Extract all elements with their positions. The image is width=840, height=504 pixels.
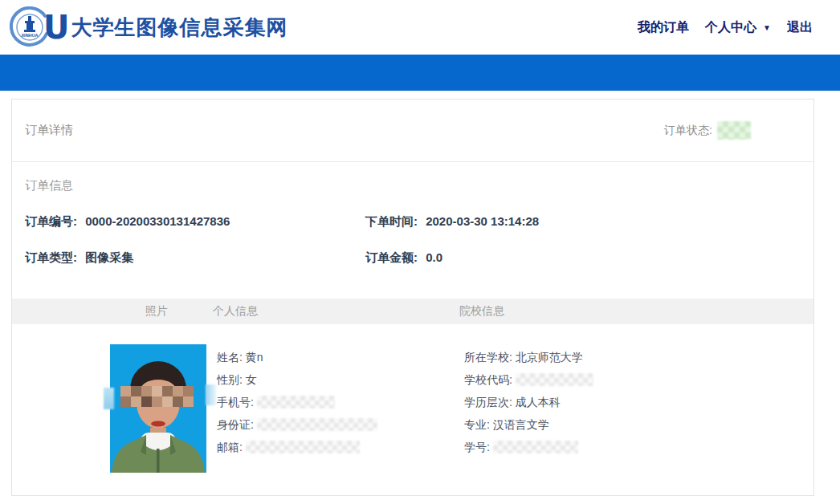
blur-spill-left [104,388,114,409]
school-label: 所在学校: [464,351,512,364]
order-number-label: 订单编号: [25,214,77,228]
order-time-value: 2020-03-30 13:14:28 [426,214,539,228]
site-logo[interactable]: XINHUA U 大学生图像信息采集网 [10,6,287,48]
emblem-label: XINHUA [21,33,38,38]
column-header-photo: 照片 [145,304,168,319]
name-value: 黄n [246,351,263,364]
blue-banner [0,55,840,91]
personal-name-row: 姓名: 黄n [217,346,453,368]
major-value: 汉语言文学 [493,418,549,431]
order-info-row-1: 订单编号: 0000-20200330131427836 下单时间: 2020-… [25,214,801,230]
order-info-row-2: 订单类型: 图像采集 订单金额: 0.0 [25,250,801,266]
student-id-row: 学号: [464,436,813,458]
order-amount-label: 订单金额: [365,250,418,264]
personal-idcard-row: 身份证: [217,413,453,436]
phone-label: 手机号: [217,396,254,408]
header-nav: 我的订单 个人中心 ▼ 退出 [638,19,813,36]
card-header: 订单详情 订单状态: [12,100,813,162]
idcard-value-redacted [257,418,377,431]
gender-label: 性别: [217,373,243,386]
order-number-cell: 订单编号: 0000-20200330131427836 [25,214,365,230]
order-type-label: 订单类型: [25,250,77,264]
eye-blur-mosaic [120,386,194,407]
top-header: XINHUA U 大学生图像信息采集网 我的订单 个人中心 ▼ 退出 [0,0,840,55]
school-info-column: 所在学校: 北京师范大学 学校代码: 学历层次: 成人本科 专业: 汉语言文学 … [464,344,813,473]
personal-gender-row: 性别: 女 [217,368,453,391]
order-time-cell: 下单时间: 2020-03-30 13:14:28 [365,214,539,230]
personal-info-column: 姓名: 黄n 性别: 女 手机号: 身份证: 邮箱: [217,344,453,473]
phone-value-redacted [257,396,335,408]
order-status-label: 订单状态: [664,124,712,138]
site-title: 大学生图像信息采集网 [71,14,287,42]
chevron-down-icon[interactable]: ▼ [763,23,771,32]
order-status: 订单状态: [664,121,751,140]
personal-email-row: 邮箱: [217,436,453,458]
column-header-personal: 个人信息 [213,304,258,319]
order-number-value: 0000-20200330131427836 [85,214,230,228]
education-level-label: 学历层次: [464,396,512,408]
education-level-row: 学历层次: 成人本科 [464,391,813,413]
school-name-row: 所在学校: 北京师范大学 [464,346,813,368]
email-value-redacted [246,441,360,453]
idcard-label: 身份证: [217,418,254,431]
major-row: 专业: 汉语言文学 [464,413,813,436]
name-label: 姓名: [217,351,243,364]
order-amount-cell: 订单金额: 0.0 [365,250,442,266]
order-status-badge [717,121,751,140]
school-value: 北京师范大学 [516,351,583,364]
school-code-row: 学校代码: [464,368,813,391]
gender-value: 女 [246,373,257,386]
blur-spill-right [206,384,216,405]
order-info-section: 订单信息 订单编号: 0000-20200330131427836 下单时间: … [12,162,813,299]
nav-my-orders[interactable]: 我的订单 [638,19,689,36]
detail-content: 姓名: 黄n 性别: 女 手机号: 身份证: 邮箱: 所在学校: [12,324,813,473]
order-type-cell: 订单类型: 图像采集 [25,250,365,266]
student-id-value-redacted [493,441,578,453]
order-detail-card: 订单详情 订单状态: 订单信息 订单编号: 0000-2020033013142… [11,99,814,496]
order-amount-value: 0.0 [426,250,442,264]
student-photo [110,344,206,473]
nav-logout[interactable]: 退出 [787,19,813,36]
page-title: 订单详情 [25,123,73,138]
email-label: 邮箱: [217,441,243,453]
school-code-value-redacted [516,373,593,386]
major-label: 专业: [464,418,490,431]
portrait-image [110,344,206,473]
school-code-label: 学校代码: [464,373,512,386]
nav-personal-center[interactable]: 个人中心 ▼ [705,19,771,36]
education-level-value: 成人本科 [516,396,561,408]
nav-personal-center-label: 个人中心 [705,19,756,36]
order-type-value: 图像采集 [85,250,133,264]
student-id-label: 学号: [464,441,490,453]
detail-table-header: 照片 个人信息 院校信息 [12,299,813,324]
letter-u-icon: U [43,11,67,43]
order-info-title: 订单信息 [25,178,801,193]
column-header-school: 院校信息 [459,304,504,319]
order-time-label: 下单时间: [365,214,418,228]
personal-phone-row: 手机号: [217,391,453,413]
